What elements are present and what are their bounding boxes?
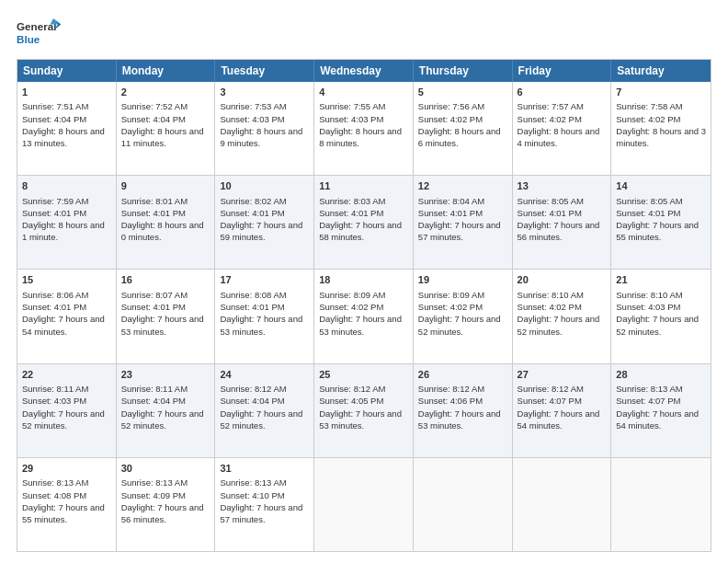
day-number: 17 (220, 273, 309, 287)
daylight-text: Daylight: 7 hours and 56 minutes. (518, 220, 600, 242)
sunrise-text: Sunrise: 8:07 AM (121, 290, 188, 300)
daylight-text: Daylight: 7 hours and 53 minutes. (418, 408, 501, 431)
sunrise-text: Sunrise: 7:53 AM (220, 101, 286, 111)
day-number: 26 (418, 368, 507, 382)
day-number: 14 (616, 179, 706, 193)
table-row: 20Sunrise: 8:10 AMSunset: 4:02 PMDayligh… (513, 270, 612, 362)
table-row: 30Sunrise: 8:13 AMSunset: 4:09 PMDayligh… (117, 458, 216, 551)
table-row: 9Sunrise: 8:01 AMSunset: 4:01 PMDaylight… (117, 176, 216, 269)
sunset-text: Sunset: 4:01 PM (319, 208, 383, 218)
day-number: 9 (121, 179, 210, 193)
table-row (513, 458, 612, 551)
sunset-text: Sunset: 4:02 PM (518, 302, 582, 312)
sunset-text: Sunset: 4:02 PM (418, 302, 483, 312)
daylight-text: Daylight: 8 hours and 1 minute. (22, 220, 105, 242)
table-row: 24Sunrise: 8:12 AMSunset: 4:04 PMDayligh… (215, 364, 314, 457)
sunrise-text: Sunrise: 8:12 AM (220, 384, 286, 394)
daylight-text: Daylight: 7 hours and 52 minutes. (518, 314, 600, 336)
day-number: 2 (121, 86, 210, 99)
calendar-row: 22Sunrise: 8:11 AMSunset: 4:03 PMDayligh… (17, 364, 711, 458)
sunrise-text: Sunrise: 8:05 AM (518, 196, 584, 206)
sunrise-text: Sunrise: 8:11 AM (22, 384, 88, 394)
sunrise-text: Sunrise: 7:52 AM (121, 101, 188, 111)
daylight-text: Daylight: 7 hours and 58 minutes. (319, 220, 402, 242)
daylight-text: Daylight: 8 hours and 9 minutes. (220, 126, 302, 148)
calendar-row: 15Sunrise: 8:06 AMSunset: 4:01 PMDayligh… (17, 270, 711, 363)
sunrise-text: Sunrise: 7:59 AM (22, 196, 88, 206)
table-row: 25Sunrise: 8:12 AMSunset: 4:05 PMDayligh… (314, 364, 414, 457)
sunset-text: Sunset: 4:09 PM (121, 490, 186, 500)
sunset-text: Sunset: 4:01 PM (518, 208, 582, 218)
daylight-text: Daylight: 7 hours and 57 minutes. (418, 220, 501, 242)
sunset-text: Sunset: 4:01 PM (220, 302, 284, 312)
day-number: 7 (616, 86, 706, 99)
table-row: 26Sunrise: 8:12 AMSunset: 4:06 PMDayligh… (414, 364, 513, 457)
table-row: 21Sunrise: 8:10 AMSunset: 4:03 PMDayligh… (611, 270, 711, 362)
sunrise-text: Sunrise: 8:02 AM (220, 196, 286, 206)
table-row (611, 458, 711, 551)
day-number: 27 (518, 368, 607, 382)
sunset-text: Sunset: 4:02 PM (616, 114, 680, 124)
sunset-text: Sunset: 4:03 PM (220, 114, 284, 124)
sunset-text: Sunset: 4:05 PM (319, 396, 383, 406)
sunset-text: Sunset: 4:04 PM (22, 114, 86, 124)
table-row: 6Sunrise: 7:57 AMSunset: 4:02 PMDaylight… (513, 82, 612, 175)
sunset-text: Sunset: 4:01 PM (22, 208, 86, 218)
daylight-text: Daylight: 7 hours and 52 minutes. (220, 408, 302, 431)
sunset-text: Sunset: 4:07 PM (616, 396, 680, 406)
day-number: 5 (418, 86, 507, 99)
daylight-text: Daylight: 7 hours and 52 minutes. (616, 314, 699, 336)
day-number: 25 (319, 368, 408, 382)
svg-text:General: General (17, 20, 56, 32)
daylight-text: Daylight: 8 hours and 3 minutes. (616, 126, 706, 148)
daylight-text: Daylight: 7 hours and 53 minutes. (319, 314, 402, 336)
sunrise-text: Sunrise: 8:11 AM (121, 384, 188, 394)
daylight-text: Daylight: 7 hours and 54 minutes. (616, 408, 699, 431)
table-row: 18Sunrise: 8:09 AMSunset: 4:02 PMDayligh… (314, 270, 414, 362)
day-number: 22 (22, 368, 111, 382)
daylight-text: Daylight: 7 hours and 53 minutes. (121, 314, 204, 336)
sunrise-text: Sunrise: 7:51 AM (22, 101, 88, 111)
sunrise-text: Sunrise: 7:55 AM (319, 101, 385, 111)
sunrise-text: Sunrise: 8:13 AM (121, 477, 188, 488)
header-tuesday: Tuesday (215, 60, 314, 82)
header-friday: Friday (513, 60, 612, 82)
sunrise-text: Sunrise: 8:12 AM (418, 384, 484, 394)
calendar-row: 1Sunrise: 7:51 AMSunset: 4:04 PMDaylight… (17, 82, 711, 176)
day-number: 19 (418, 273, 507, 287)
daylight-text: Daylight: 7 hours and 53 minutes. (220, 314, 302, 336)
sunrise-text: Sunrise: 8:13 AM (22, 477, 88, 488)
sunrise-text: Sunrise: 8:12 AM (518, 384, 584, 394)
day-number: 30 (121, 462, 210, 476)
sunset-text: Sunset: 4:04 PM (121, 396, 186, 406)
daylight-text: Daylight: 7 hours and 53 minutes. (319, 408, 402, 431)
daylight-text: Daylight: 7 hours and 54 minutes. (22, 314, 105, 336)
day-number: 16 (121, 273, 210, 287)
table-row: 16Sunrise: 8:07 AMSunset: 4:01 PMDayligh… (117, 270, 216, 362)
sunrise-text: Sunrise: 8:10 AM (518, 290, 584, 300)
daylight-text: Daylight: 7 hours and 52 minutes. (22, 408, 105, 431)
calendar-header: Sunday Monday Tuesday Wednesday Thursday… (17, 60, 711, 82)
sunset-text: Sunset: 4:01 PM (121, 302, 186, 312)
day-number: 12 (418, 179, 507, 193)
sunrise-text: Sunrise: 7:56 AM (418, 101, 484, 111)
sunrise-text: Sunrise: 8:05 AM (616, 196, 682, 206)
day-number: 20 (518, 273, 607, 287)
table-row (414, 458, 513, 551)
day-number: 6 (518, 86, 607, 99)
daylight-text: Daylight: 7 hours and 59 minutes. (220, 220, 302, 242)
sunset-text: Sunset: 4:06 PM (418, 396, 483, 406)
daylight-text: Daylight: 7 hours and 55 minutes. (22, 502, 105, 524)
daylight-text: Daylight: 7 hours and 55 minutes. (616, 220, 699, 242)
day-number: 29 (22, 462, 111, 476)
table-row: 11Sunrise: 8:03 AMSunset: 4:01 PMDayligh… (314, 176, 414, 269)
sunset-text: Sunset: 4:01 PM (121, 208, 186, 218)
day-number: 3 (220, 86, 309, 99)
day-number: 8 (22, 179, 111, 193)
header-saturday: Saturday (611, 60, 711, 82)
day-number: 24 (220, 368, 309, 382)
table-row: 8Sunrise: 7:59 AMSunset: 4:01 PMDaylight… (17, 176, 117, 269)
sunrise-text: Sunrise: 8:03 AM (319, 196, 385, 206)
day-number: 4 (319, 86, 408, 99)
calendar-row: 8Sunrise: 7:59 AMSunset: 4:01 PMDaylight… (17, 176, 711, 270)
